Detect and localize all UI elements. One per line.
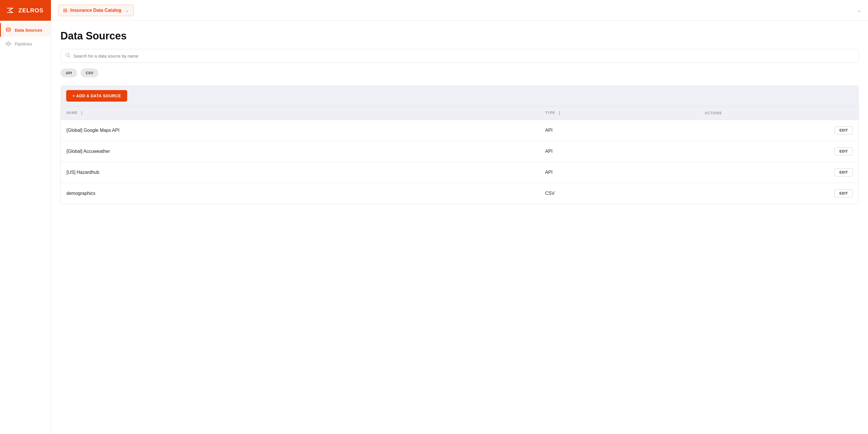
grid-icon: ⊞ (63, 7, 67, 13)
sidebar-item-pipelines-label: Pipelines (15, 41, 32, 46)
cell-name-2: [US] Hazardhub (61, 162, 539, 183)
pipelines-icon (5, 41, 11, 46)
svg-rect-5 (10, 43, 11, 44)
sidebar-nav: Data Sources Pipelines (0, 21, 51, 53)
table-wrapper: NAME ▲▼ TYPE ▲▼ ACTIONS (60, 106, 859, 204)
page-content: Data Sources API CSV + ADD A DATA SOURCE (51, 21, 868, 434)
cell-type-0: API (539, 120, 699, 141)
topbar: ⊞ Insurance Data Catalog ⌄ ⌄ (51, 0, 868, 21)
page-title: Data Sources (60, 30, 859, 42)
table-row: [Global] Accuweather API EDIT (61, 141, 859, 162)
cell-name-0: [Global] Google Maps API (61, 120, 539, 141)
data-sources-table: NAME ▲▼ TYPE ▲▼ ACTIONS (61, 106, 859, 204)
svg-line-6 (7, 42, 8, 44)
edit-button-1[interactable]: EDIT (835, 147, 853, 155)
logo-text: ZELROS (19, 7, 43, 14)
svg-rect-2 (6, 43, 7, 44)
table-header: NAME ▲▼ TYPE ▲▼ ACTIONS (61, 106, 859, 120)
column-header-type[interactable]: TYPE ▲▼ (539, 106, 699, 120)
svg-line-8 (9, 42, 10, 44)
add-data-source-button[interactable]: + ADD A DATA SOURCE (66, 90, 127, 102)
cell-name-3: demographics (61, 183, 539, 204)
search-input[interactable] (73, 54, 854, 58)
table-row: [US] Hazardhub API EDIT (61, 162, 859, 183)
main-content: ⊞ Insurance Data Catalog ⌄ ⌄ Data Source… (51, 0, 868, 434)
cell-actions-3: EDIT (699, 183, 859, 204)
cell-type-1: API (539, 141, 699, 162)
sidebar-item-data-sources-label: Data Sources (15, 28, 42, 33)
sort-arrows-name: ▲▼ (81, 111, 84, 116)
sidebar-item-data-sources[interactable]: Data Sources (0, 23, 51, 37)
table-body: [Global] Google Maps API API EDIT [Globa… (61, 120, 859, 204)
search-bar (60, 49, 859, 63)
data-table-section: NAME ▲▼ TYPE ▲▼ ACTIONS (60, 106, 859, 204)
table-row: [Global] Google Maps API API EDIT (61, 120, 859, 141)
svg-point-0 (5, 5, 16, 16)
filter-chip-csv[interactable]: CSV (81, 68, 99, 78)
svg-line-9 (9, 44, 10, 45)
add-button-row: + ADD A DATA SOURCE (60, 86, 859, 106)
cell-name-1: [Global] Accuweather (61, 141, 539, 162)
svg-line-7 (7, 44, 8, 45)
svg-point-1 (6, 28, 10, 29)
table-row: demographics CSV EDIT (61, 183, 859, 204)
cell-type-2: API (539, 162, 699, 183)
cell-type-3: CSV (539, 183, 699, 204)
logo-area: ZELROS (0, 0, 51, 21)
catalog-label: Insurance Data Catalog (70, 8, 121, 13)
catalog-chevron-icon: ⌄ (125, 8, 129, 13)
edit-button-2[interactable]: EDIT (835, 168, 853, 177)
database-icon (5, 27, 11, 33)
edit-button-0[interactable]: EDIT (835, 126, 853, 134)
sidebar-item-pipelines[interactable]: Pipelines (0, 37, 51, 51)
cell-actions-2: EDIT (699, 162, 859, 183)
catalog-selector[interactable]: ⊞ Insurance Data Catalog ⌄ (58, 5, 134, 16)
edit-button-3[interactable]: EDIT (835, 189, 853, 197)
column-header-actions: ACTIONS (699, 106, 859, 120)
sidebar: ZELROS Data Sources Pipelines (0, 0, 51, 434)
zelros-logo-icon (5, 5, 16, 16)
filter-chip-api[interactable]: API (60, 68, 77, 78)
cell-actions-1: EDIT (699, 141, 859, 162)
svg-rect-4 (8, 44, 9, 46)
cell-actions-0: EDIT (699, 120, 859, 141)
column-header-name[interactable]: NAME ▲▼ (61, 106, 539, 120)
svg-line-11 (69, 56, 70, 58)
filter-chips: API CSV (60, 68, 859, 78)
topbar-chevron-icon: ⌄ (857, 7, 861, 13)
search-icon (65, 53, 70, 59)
svg-rect-3 (8, 42, 9, 43)
sort-arrows-type: ▲▼ (558, 111, 561, 116)
